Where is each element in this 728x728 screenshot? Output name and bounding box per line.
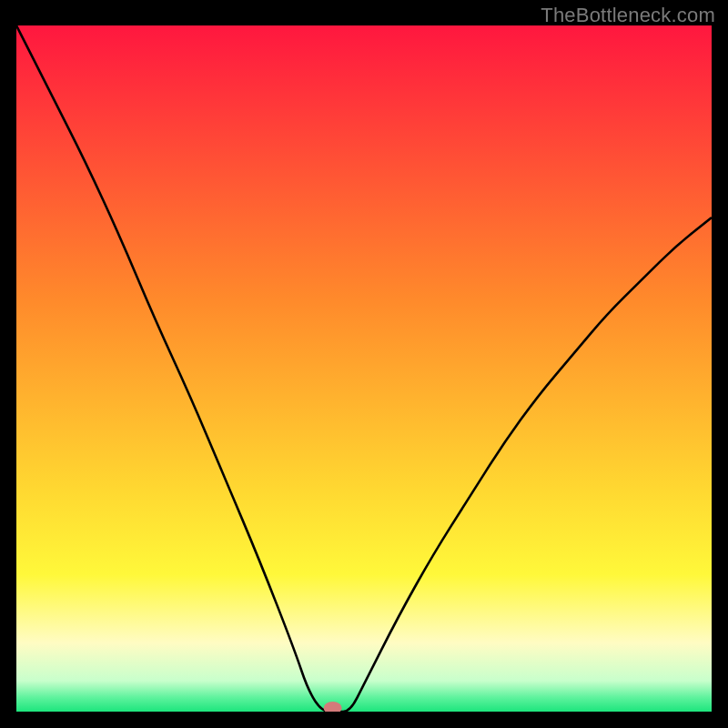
plot-svg [16, 25, 712, 712]
watermark-text: TheBottleneck.com [541, 4, 715, 27]
chart-frame: TheBottleneck.com [0, 0, 728, 728]
gradient-background [16, 25, 712, 712]
bottleneck-plot [16, 25, 712, 712]
